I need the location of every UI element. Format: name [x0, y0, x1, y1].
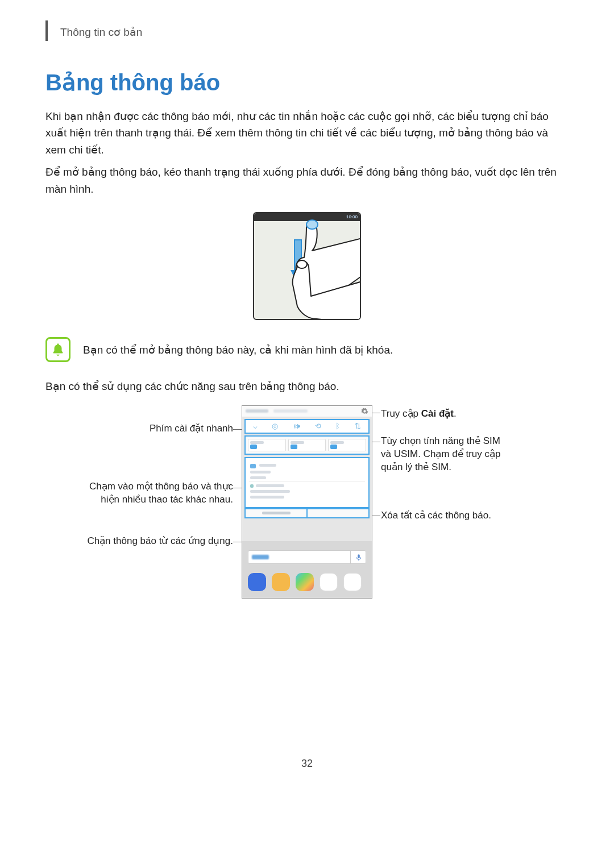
page-title: Bảng thông báo — [45, 69, 569, 95]
intro-paragraph-1: Khi bạn nhận được các thông báo mới, như… — [45, 108, 569, 158]
hand-icon — [254, 213, 361, 320]
page-header: Thông tin cơ bản — [45, 23, 569, 41]
callout-sim: Tùy chọn tính năng thẻ SIM và USIM. Chạm… — [381, 435, 506, 474]
app-icon — [343, 573, 362, 591]
header-accent-bar — [45, 20, 48, 41]
notification-list — [244, 457, 370, 508]
bell-icon — [51, 342, 65, 357]
home-area — [242, 541, 372, 598]
location-icon: ◎ — [272, 422, 278, 430]
note-callout: Bạn có thể mở bảng thông báo này, cả khi… — [45, 337, 569, 362]
annotated-diagram: Phím cài đặt nhanh Chạm vào một thông bá… — [45, 405, 569, 599]
callout-tap-notification: Chạm vào một thông báo và thực hiện nhiề… — [85, 480, 233, 506]
svg-point-4 — [297, 260, 307, 268]
sim-row — [244, 435, 370, 455]
sound-icon: 🕪 — [293, 422, 300, 430]
wifi-icon: ⌵ — [253, 422, 258, 430]
notification-item — [249, 482, 365, 502]
gesture-figure: 10:00 — [45, 212, 569, 320]
panel-header — [242, 406, 372, 417]
search-bar — [248, 550, 366, 564]
callout-clear-all: Xóa tất cả các thông báo. — [381, 509, 517, 522]
page-number: 32 — [45, 758, 569, 770]
note-text: Bạn có thể mở bảng thông báo này, cả khi… — [83, 343, 393, 356]
quick-settings-row: ⌵ ◎ 🕪 ⟲ ᛒ ⇅ — [244, 419, 370, 434]
rotate-icon: ⟲ — [315, 422, 321, 430]
sim-card-1 — [248, 439, 286, 451]
sim-card-3 — [328, 439, 366, 451]
clear-all-button — [308, 508, 370, 518]
callout-block-apps: Chặn thông báo từ các ứng dụng. — [80, 535, 233, 548]
section-label: Thông tin cơ bản — [60, 26, 142, 39]
app-icon — [272, 573, 290, 591]
callout-quick-settings: Phím cài đặt nhanh — [85, 422, 233, 435]
bluetooth-icon: ᛒ — [335, 422, 340, 430]
app-icon — [296, 573, 314, 591]
phone-mockup: ⌵ ◎ 🕪 ⟲ ᛒ ⇅ — [242, 405, 372, 599]
note-icon-box — [45, 337, 70, 362]
app-icon — [320, 573, 338, 591]
gear-icon — [361, 408, 368, 415]
block-notifications-button — [244, 508, 308, 518]
panel-action-row — [244, 508, 370, 518]
sim-card-2 — [288, 439, 326, 451]
notification-item — [249, 462, 365, 482]
app-icon — [248, 573, 266, 591]
data-icon: ⇅ — [355, 422, 361, 430]
mic-icon — [355, 554, 363, 562]
svg-point-3 — [306, 220, 318, 229]
dock-apps — [248, 573, 366, 591]
intro-paragraph-2: Để mở bảng thông báo, kéo thanh trạng th… — [45, 164, 569, 197]
callout-settings: Truy cập Cài đặt. — [381, 408, 529, 421]
intro-paragraph-3: Bạn có thể sử dụng các chức năng sau trê… — [45, 378, 569, 394]
gesture-device: 10:00 — [253, 212, 361, 320]
